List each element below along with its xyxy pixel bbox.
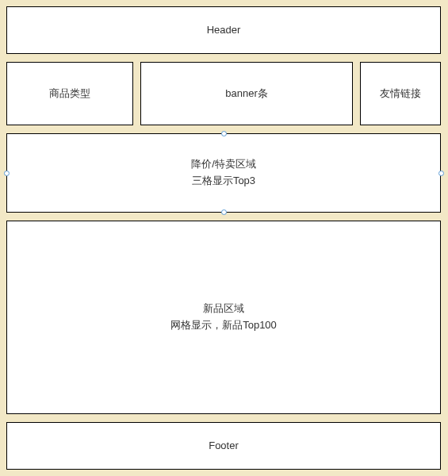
selection-handle-bottom[interactable] (221, 209, 227, 215)
banner-box: banner条 (140, 62, 353, 125)
category-box: 商品类型 (6, 62, 133, 125)
new-line1: 新品区域 (203, 301, 244, 317)
sale-line2: 三格显示Top3 (192, 173, 255, 190)
selection-handle-top[interactable] (221, 131, 227, 136)
wireframe-canvas: Header 商品类型 banner条 友情链接 降价/特卖区域 三格显示Top… (0, 0, 448, 476)
links-box: 友情链接 (360, 62, 441, 125)
banner-label: banner条 (225, 86, 267, 102)
header-box: Header (6, 6, 441, 54)
sale-section-box: 降价/特卖区域 三格显示Top3 (6, 133, 441, 213)
footer-box: Footer (6, 422, 441, 470)
selection-handle-right[interactable] (438, 171, 444, 176)
header-label: Header (207, 22, 241, 39)
new-line2: 网格显示，新品Top100 (170, 317, 277, 334)
footer-label: Footer (209, 438, 239, 455)
new-section-box: 新品区域 网格显示，新品Top100 (6, 221, 441, 414)
category-label: 商品类型 (49, 86, 90, 102)
links-label: 友情链接 (380, 86, 421, 102)
sale-line1: 降价/特卖区域 (191, 156, 256, 173)
selection-handle-left[interactable] (4, 171, 10, 176)
